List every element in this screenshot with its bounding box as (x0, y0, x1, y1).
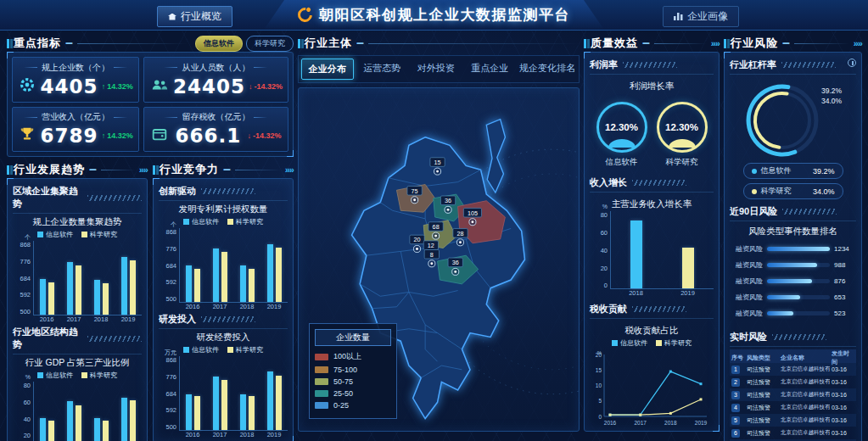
bar (130, 400, 136, 441)
legend-swatch (81, 232, 87, 237)
x-tick: 2018 (87, 315, 115, 323)
filter-tag-0[interactable]: 信息软件 (195, 36, 243, 52)
logo-icon (295, 5, 316, 25)
hbar-fill (767, 311, 793, 315)
y-tick: 868 (20, 241, 31, 248)
competitiveness-card: 创新驱动发明专利累计授权数量信息软件科学研究个86877668459250020… (153, 178, 294, 441)
column-header: 风险类型 (747, 354, 779, 362)
data-point (639, 414, 641, 416)
kpi-label: 留存税收（亿元） (149, 111, 283, 123)
table-row[interactable]: 3司法预警北京启信卓越科技有限公司03-16 (730, 388, 856, 401)
top-header: 行业概览 朝阳区科创规上企业大数据监测平台 企业画像 (0, 0, 868, 31)
y-tick: 60 (24, 399, 31, 406)
marker-pin-dot (430, 262, 433, 265)
panel-line (235, 170, 281, 170)
table-row[interactable]: 6司法预警北京启信卓越科技有限公司03-16 (730, 427, 856, 439)
hbar-row: 融资风险653 (731, 293, 854, 302)
y-axis-unit: % (25, 374, 31, 380)
tab-1[interactable]: 运营态势 (357, 59, 408, 80)
hbar-value: 653 (834, 293, 854, 301)
x-tick: 2019 (695, 420, 708, 426)
info-icon[interactable] (848, 59, 856, 67)
row-index-badge: 2 (731, 378, 740, 387)
more-arrow-icon[interactable]: »» (139, 165, 148, 175)
bar (276, 376, 282, 430)
section-title-text: 研发投入 (159, 313, 196, 326)
hbar-fill (767, 295, 800, 299)
date-cell: 03-16 (832, 392, 854, 398)
bar (76, 405, 81, 441)
section-title-text: 近90日风险 (730, 205, 777, 218)
more-arrow-icon[interactable]: »» (285, 165, 294, 175)
nav-enterprise-portrait[interactable]: 企业画像 (663, 6, 739, 27)
table-row[interactable]: 5司法预警北京启信卓越科技有限公司03-16 (730, 414, 856, 427)
panel-title: 行业风险 (731, 36, 778, 51)
legend-pill: 信息软件39.2% (743, 163, 843, 179)
y-tick: 500 (165, 295, 176, 303)
wallet-icon (150, 125, 169, 147)
section-title-text: 实时风险 (730, 331, 767, 343)
x-axis: 20182019 (610, 289, 714, 297)
panel-title: 重点指标 (14, 36, 61, 51)
x-tick: 2016 (33, 315, 60, 323)
line-series (610, 371, 701, 415)
marker-pin-dot (459, 241, 462, 243)
kpi-tags: 信息软件科学研究 (192, 36, 294, 52)
x-tick: 2017 (206, 303, 233, 310)
hbar-label: 融资风险 (731, 260, 763, 270)
competitiveness-column: 行业竞争力 – »» 创新驱动发明专利累计授权数量信息软件科学研究个868776… (153, 161, 294, 432)
hatch-decoration (781, 62, 836, 68)
company-name-cell: 北京启信卓越科技有限公司 (781, 391, 830, 399)
hatch-decoration (782, 209, 837, 215)
bar (40, 279, 46, 315)
kpi-delta-value: -14.32% (254, 82, 283, 91)
bar (121, 257, 127, 315)
marker-value: 36 (452, 259, 459, 266)
marker-value: 68 (433, 223, 440, 231)
hbar-value: 876 (834, 277, 854, 285)
tab-3[interactable]: 重点企业 (465, 59, 516, 80)
chart-title: 利润增长率 (590, 81, 714, 92)
map-legend-item: 0-25 (315, 401, 391, 410)
table-row[interactable]: 4司法预警北京启信卓越科技有限公司03-16 (730, 401, 856, 414)
kpi-delta-value: 14.32% (107, 131, 133, 140)
table-row[interactable]: 2司法预警北京启信卓越科技有限公司03-16 (730, 376, 856, 388)
marker-value: 8 (430, 251, 434, 259)
risk-type-cell: 司法预警 (747, 404, 779, 412)
nav-industry-overview[interactable]: 行业概览 (157, 6, 232, 27)
x-tick: 2018 (664, 420, 677, 426)
legend-dot (752, 169, 757, 174)
y-tick: 500 (20, 308, 31, 315)
legend-swatch (315, 354, 328, 360)
tab-2[interactable]: 对外投资 (411, 59, 462, 80)
line-series (610, 399, 701, 415)
y-axis-unit: 万元 (165, 349, 176, 357)
y-tick: 0 (598, 413, 602, 419)
bar-chart-icon (674, 13, 683, 20)
filter-tag-1[interactable]: 科学研究 (246, 36, 294, 52)
bar-group (240, 394, 255, 430)
marker-pin-dot (413, 198, 416, 201)
y-tick: 500 (165, 423, 176, 431)
more-arrow-icon[interactable]: »» (854, 38, 862, 48)
bar (121, 398, 127, 441)
tab-0[interactable]: 企业分布 (301, 59, 354, 80)
section-title: 行业地区结构趋势 (13, 323, 142, 354)
more-arrow-icon[interactable]: »» (711, 38, 720, 48)
y-tick: 40 (601, 247, 608, 254)
kpi-label-text: 规上企业数（个） (42, 62, 109, 74)
legend-label: 信息软件 (761, 165, 792, 176)
tab-4[interactable]: 规企变化排名 (518, 59, 576, 80)
hbar-fill (767, 263, 817, 267)
section-title-text: 创新驱动 (159, 185, 196, 198)
data-point (669, 371, 672, 373)
section-title: 研发投入 (159, 310, 288, 329)
data-point (700, 398, 703, 400)
kpi-delta-value: -14.32% (253, 131, 282, 140)
legend-swatch (315, 390, 328, 397)
risk-card: 行业杠杆率39.2%34.0%信息软件39.2%科学研究34.0%近90日风险风… (724, 52, 862, 441)
chart-section: 行业地区结构趋势行业 GDP 占第三产业比例信息软件科学研究%806040200… (13, 323, 142, 441)
bar (194, 269, 200, 302)
bar (221, 252, 227, 302)
chart-section: 创新驱动发明专利累计授权数量信息软件科学研究个86877668459250020… (159, 182, 288, 310)
